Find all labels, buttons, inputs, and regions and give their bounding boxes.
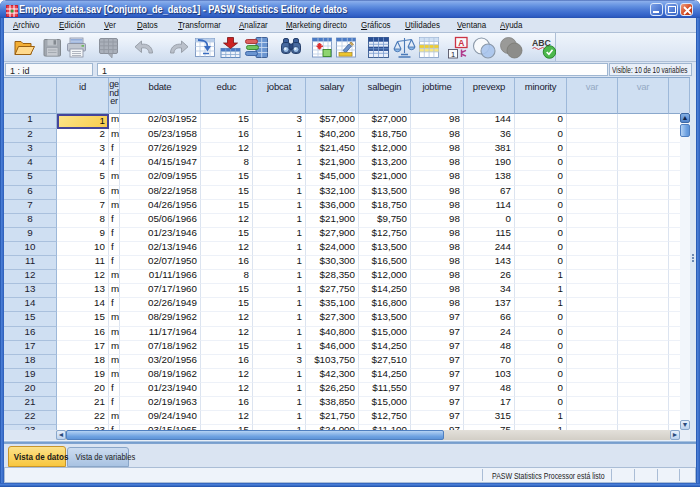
svg-text:1: 1 xyxy=(451,50,455,59)
svg-text:A: A xyxy=(458,38,464,48)
